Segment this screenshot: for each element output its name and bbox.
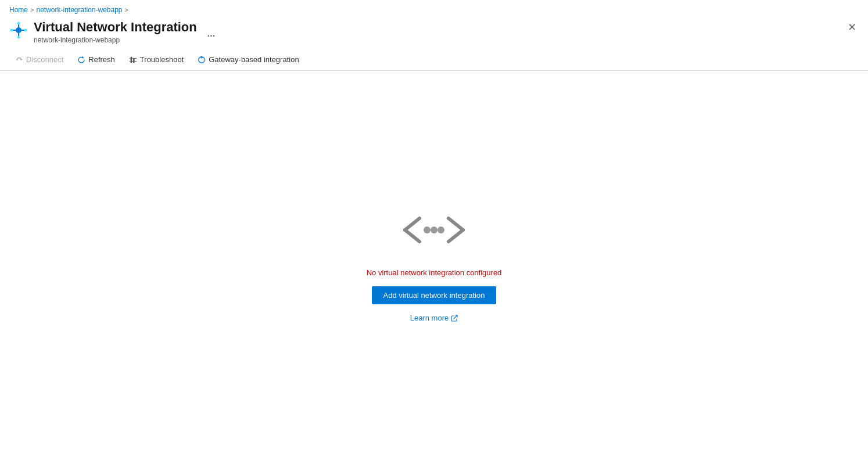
troubleshoot-button[interactable]: Troubleshoot (123, 52, 189, 67)
svg-point-24 (424, 226, 431, 233)
header-text: Virtual Network Integration network-inte… (34, 20, 197, 44)
more-options-button[interactable]: ... (207, 28, 215, 39)
svg-point-8 (17, 36, 20, 39)
refresh-button[interactable]: Refresh (71, 52, 121, 67)
no-config-message: No virtual network integration configure… (367, 268, 502, 277)
empty-state: No virtual network integration configure… (367, 201, 502, 322)
gateway-icon (198, 56, 206, 64)
toolbar: Disconnect Refresh Troubleshoot Gatew (0, 49, 868, 71)
svg-rect-12 (133, 58, 135, 63)
page-header: Virtual Network Integration network-inte… (0, 17, 868, 49)
disconnect-label: Disconnect (26, 55, 63, 64)
svg-point-3 (10, 29, 13, 32)
svg-rect-11 (130, 57, 132, 63)
svg-point-4 (24, 29, 27, 32)
svg-line-22 (449, 218, 463, 230)
refresh-label: Refresh (88, 55, 115, 64)
page-subtitle: network-integration-webapp (34, 36, 197, 44)
breadcrumb-sep2: > (125, 6, 128, 13)
breadcrumb: Home > network-integration-webapp > (0, 0, 868, 17)
close-button[interactable]: ✕ (845, 20, 859, 35)
add-vnet-integration-button[interactable]: Add virtual network integration (372, 286, 497, 304)
svg-line-21 (405, 230, 419, 242)
breadcrumb-home[interactable]: Home (9, 6, 28, 14)
troubleshoot-icon (129, 56, 137, 64)
svg-point-0 (16, 27, 21, 33)
troubleshoot-label: Troubleshoot (140, 55, 184, 64)
external-link-icon (451, 315, 458, 322)
gateway-integration-button[interactable]: Gateway-based integration (192, 52, 304, 67)
disconnect-button[interactable]: Disconnect (9, 52, 69, 67)
learn-more-label: Learn more (410, 314, 449, 322)
breadcrumb-app[interactable]: network-integration-webapp (36, 6, 122, 14)
svg-point-25 (431, 226, 437, 233)
disconnect-icon (15, 56, 23, 64)
svg-line-20 (405, 218, 419, 230)
breadcrumb-sep1: > (30, 6, 34, 13)
vnet-icon (9, 21, 28, 39)
gateway-integration-label: Gateway-based integration (209, 55, 299, 64)
learn-more-link[interactable]: Learn more (410, 314, 458, 322)
header-left: Virtual Network Integration network-inte… (9, 20, 215, 44)
svg-point-26 (437, 226, 444, 233)
page-title: Virtual Network Integration (34, 20, 197, 35)
svg-line-27 (454, 315, 457, 319)
network-empty-illustration (388, 201, 480, 259)
main-content: No virtual network integration configure… (0, 71, 868, 452)
refresh-icon (77, 56, 85, 64)
svg-point-7 (17, 22, 20, 25)
svg-line-23 (449, 230, 463, 242)
